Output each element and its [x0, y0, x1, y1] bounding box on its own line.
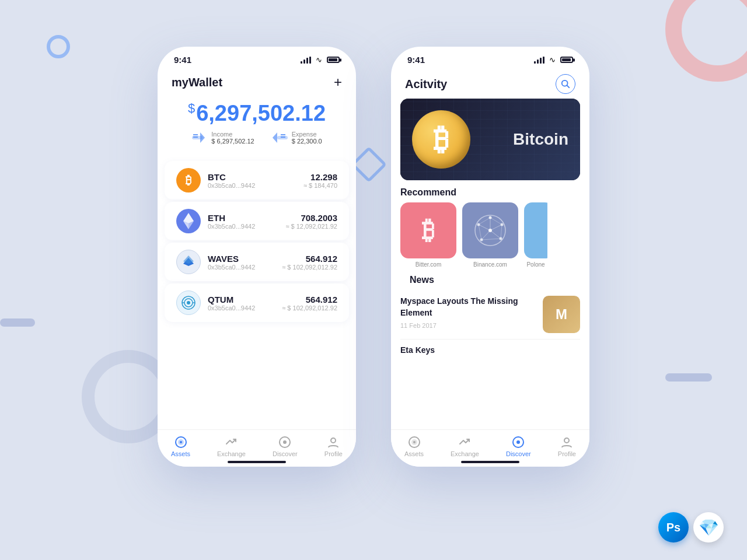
nav-assets-left[interactable]: Assets	[171, 436, 190, 457]
svg-point-15	[187, 301, 190, 304]
svg-line-40	[479, 225, 481, 240]
nav-bar-left: Assets Exchange Discover	[158, 429, 356, 467]
signal-bar-1	[301, 61, 302, 64]
nav-discover-right[interactable]: Discover	[506, 436, 531, 457]
wallet-title: myWallet	[172, 76, 222, 89]
qtum-icon	[181, 295, 196, 310]
battery-icon-right	[560, 57, 573, 63]
crypto-item-btc[interactable]: ₿ BTC 0x3b5ca0...9442 12.298 ≈ $ 184,470	[165, 161, 349, 200]
eth-address: 0x3b5ca0...9442	[208, 223, 285, 230]
photoshop-badge: Ps	[658, 512, 689, 542]
expense-text: Expense $ 22,300.0	[292, 131, 322, 145]
svg-line-34	[490, 225, 502, 230]
nav-discover-label-right: Discover	[506, 450, 531, 457]
nav-profile-left[interactable]: Profile	[324, 436, 343, 457]
bg-decoration-circle-pink	[665, 0, 747, 82]
svg-point-48	[564, 438, 569, 443]
waves-usd: ≈ $ 102,092,012.92	[282, 264, 337, 271]
expense-icon	[272, 132, 288, 144]
svg-line-33	[479, 225, 490, 230]
status-time-right: 9:41	[407, 55, 425, 65]
wallet-phone: 9:41 ∿ myWallet + $6,297,502	[158, 47, 356, 467]
bitter-label: Bitter.com	[400, 261, 456, 268]
news-item-eta: Eta Keys	[400, 340, 580, 360]
status-time-left: 9:41	[174, 55, 191, 65]
income-expense-row: Income $ 6,297,502.12 Expens	[172, 131, 342, 145]
nav-profile-label-right: Profile	[558, 450, 576, 457]
crypto-item-waves[interactable]: WAVES 0x3b5ca0...9442 564.912 ≈ $ 102,09…	[165, 243, 349, 281]
recommend-item-polo[interactable]: Polone	[524, 202, 547, 268]
btc-info: BTC 0x3b5ca0...9442	[208, 172, 303, 189]
svg-line-36	[490, 230, 501, 239]
search-icon	[561, 79, 570, 89]
expense-arrow-icon	[273, 132, 288, 143]
news-date-myspace: 11 Feb 2017	[400, 322, 536, 329]
activity-phone: 9:41 ∿ Acitvity	[391, 47, 589, 467]
news-thumb-letter: M	[556, 306, 567, 323]
news-thumb-myspace: M	[543, 296, 580, 333]
discover-icon-right	[512, 436, 525, 449]
phones-container: 9:41 ∿ myWallet + $6,297,502	[158, 47, 589, 467]
signal-bar-4	[309, 57, 311, 64]
nav-profile-right[interactable]: Profile	[558, 436, 576, 457]
income-icon	[191, 132, 208, 144]
signal-icon	[301, 57, 311, 64]
nav-exchange-right[interactable]: Exchange	[451, 436, 479, 457]
discover-icon-left	[278, 436, 291, 449]
crypto-item-qtum[interactable]: QTUM 0x3b5ca0...9442 564.912 ≈ $ 102,092…	[165, 284, 349, 322]
waves-name: WAVES	[208, 254, 282, 264]
expense-value: $ 22,300.0	[292, 138, 322, 145]
recommend-list: ₿ Bitter.com	[391, 202, 589, 275]
recommend-item-binance[interactable]: Binance.com	[462, 202, 518, 268]
status-bar-left: 9:41 ∿	[158, 47, 356, 68]
svg-marker-1	[200, 132, 205, 143]
waves-address: 0x3b5ca0...9442	[208, 264, 282, 271]
signal-bar-3	[306, 58, 308, 64]
sketch-badge: 💎	[693, 512, 724, 542]
expense-label: Expense	[292, 131, 322, 138]
income-value: $ 6,297,502.12	[211, 138, 254, 145]
activity-title: Acitvity	[405, 78, 447, 91]
search-button[interactable]	[556, 74, 575, 94]
activity-header: Acitvity	[391, 68, 589, 99]
add-button[interactable]: +	[334, 74, 342, 90]
profile-icon-right	[560, 436, 573, 449]
nav-assets-label-left: Assets	[171, 450, 190, 457]
nav-assets-label-right: Assets	[404, 450, 424, 457]
wallet-header: myWallet +	[158, 68, 356, 95]
polo-card	[524, 202, 547, 258]
nav-exchange-left[interactable]: Exchange	[217, 436, 246, 457]
qtum-info: QTUM 0x3b5ca0...9442	[208, 295, 282, 312]
btc-name: BTC	[208, 172, 303, 182]
status-bar-right: 9:41 ∿	[391, 47, 589, 68]
news-title: News	[400, 275, 580, 290]
news-item-myspace[interactable]: Myspace Layouts The Missing Element 11 F…	[400, 290, 580, 340]
binance-card	[462, 202, 518, 258]
nav-discover-label-left: Discover	[273, 450, 298, 457]
svg-line-35	[481, 230, 490, 240]
exchange-icon	[225, 436, 238, 449]
income-text: Income $ 6,297,502.12	[211, 131, 254, 145]
nav-indicator-right	[461, 461, 519, 463]
battery-fill	[329, 58, 337, 61]
crypto-item-eth[interactable]: ETH 0x3b5ca0...9442 708.2003 ≈ $ 12,092,…	[165, 202, 349, 240]
status-icons-left: ∿	[301, 55, 340, 64]
recommend-item-bitter[interactable]: ₿ Bitter.com	[400, 202, 456, 268]
nav-discover-left[interactable]: Discover	[273, 436, 298, 457]
bitter-card: ₿	[400, 202, 456, 258]
nav-assets-right[interactable]: Assets	[404, 436, 424, 457]
svg-point-20	[180, 441, 182, 443]
recommend-title: Recommend	[391, 187, 589, 202]
svg-line-25	[567, 85, 569, 88]
nav-profile-label-left: Profile	[324, 450, 343, 457]
polo-label: Polone	[524, 261, 547, 268]
income-arrow-icon	[192, 132, 207, 143]
expense-item: Expense $ 22,300.0	[272, 131, 322, 145]
balance-section: $6,297,502.12 Income $ 6,297,502.1	[158, 95, 356, 154]
tool-badges: Ps 💎	[658, 512, 724, 542]
news-section: News Myspace Layouts The Missing Element…	[391, 275, 589, 429]
btc-values: 12.298 ≈ $ 184,470	[303, 172, 337, 189]
signal-icon-right	[534, 57, 544, 64]
income-label: Income	[211, 131, 254, 138]
waves-info: WAVES 0x3b5ca0...9442	[208, 254, 282, 271]
